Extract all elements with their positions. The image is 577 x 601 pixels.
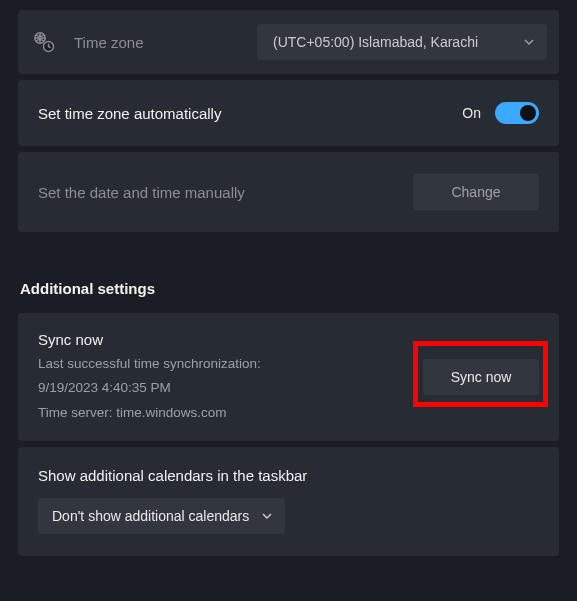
calendars-row: Show additional calendars in the taskbar… (18, 447, 559, 556)
auto-timezone-toggle[interactable] (495, 102, 539, 124)
timezone-dropdown[interactable]: (UTC+05:00) Islamabad, Karachi (257, 24, 547, 60)
sync-now-button[interactable]: Sync now (423, 359, 539, 395)
auto-timezone-state: On (462, 105, 481, 121)
chevron-down-icon (523, 36, 535, 48)
timezone-value: (UTC+05:00) Islamabad, Karachi (273, 34, 478, 50)
auto-timezone-toggle-wrap: On (462, 102, 539, 124)
toggle-knob (520, 105, 536, 121)
manual-row: Set the date and time manually Change (18, 152, 559, 232)
sync-server: Time server: time.windows.com (38, 403, 261, 423)
auto-timezone-row: Set time zone automatically On (18, 80, 559, 146)
additional-settings-heading: Additional settings (20, 280, 557, 297)
sync-title: Sync now (38, 331, 261, 348)
manual-label: Set the date and time manually (38, 184, 245, 201)
auto-timezone-label: Set time zone automatically (38, 105, 221, 122)
sync-left: Sync now Last successful time synchroniz… (38, 331, 261, 423)
change-button[interactable]: Change (413, 174, 539, 210)
sync-last-value: 9/19/2023 4:40:35 PM (38, 378, 261, 398)
calendars-label: Show additional calendars in the taskbar (38, 467, 307, 484)
sync-row: Sync now Last successful time synchroniz… (18, 313, 559, 441)
timezone-left: Time zone (32, 30, 143, 54)
calendars-dropdown[interactable]: Don't show additional calendars (38, 498, 285, 534)
globe-clock-icon (32, 30, 56, 54)
calendars-value: Don't show additional calendars (52, 508, 249, 524)
timezone-label: Time zone (74, 34, 143, 51)
sync-last-label: Last successful time synchronization: (38, 354, 261, 374)
chevron-down-icon (261, 510, 273, 522)
timezone-row: Time zone (UTC+05:00) Islamabad, Karachi (18, 10, 559, 74)
